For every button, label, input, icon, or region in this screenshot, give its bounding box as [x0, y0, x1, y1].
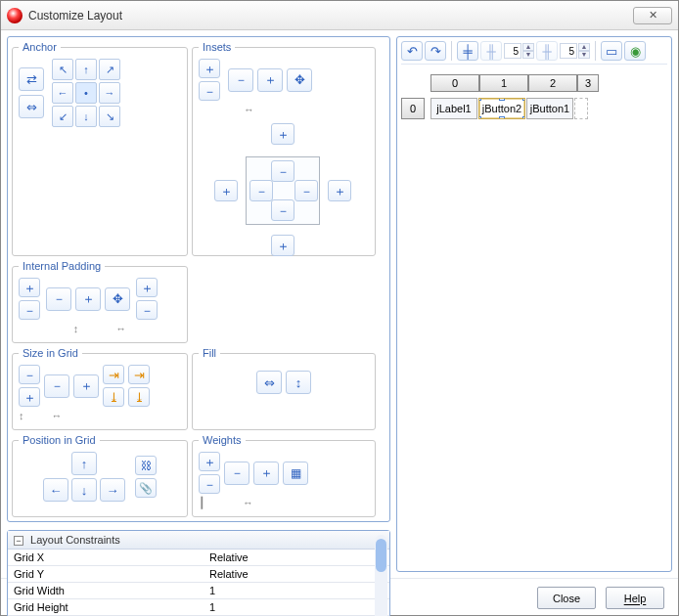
anchor-cycle-button[interactable]: ⇄	[19, 67, 44, 91]
collapse-icon[interactable]: −	[14, 536, 23, 546]
size-row-inc[interactable]: ＋	[19, 387, 40, 407]
resize-handle[interactable]	[478, 116, 481, 119]
pos-attach[interactable]: 📎	[135, 478, 157, 498]
insets-move[interactable]: ✥	[287, 68, 312, 92]
insets-h-inc[interactable]: ＋	[257, 68, 283, 92]
size-col-inc[interactable]: ＋	[73, 374, 99, 398]
weight-x-dec[interactable]: －	[224, 462, 249, 485]
insets-all-dec[interactable]: －	[199, 81, 220, 101]
row-header-0[interactable]: 0	[401, 98, 425, 119]
undo-button[interactable]: ↶	[401, 41, 423, 61]
anchor-n[interactable]: ↑	[75, 59, 97, 80]
grid-designer[interactable]: 0 1 2 3 0 jLabel1 jButton2	[401, 68, 667, 119]
col-header-1[interactable]: 1	[479, 74, 528, 92]
scrollbar-thumb[interactable]	[376, 539, 386, 572]
dialog-body: Anchor ⇄ ⇔ ↖ ↑ ↗ ← •	[1, 30, 678, 578]
constraints-header[interactable]: − Layout Constraints	[8, 531, 389, 550]
size-span-right[interactable]: ⇥	[103, 365, 124, 384]
minus-icon: －	[300, 185, 313, 198]
ipad-h-inc[interactable]: ＋	[75, 287, 101, 311]
inset-bottom-dec[interactable]: －	[271, 199, 294, 221]
resize-handle[interactable]	[522, 116, 525, 119]
pos-down[interactable]: ↓	[71, 478, 97, 502]
resize-handle[interactable]	[478, 98, 481, 101]
prop-row-gridx[interactable]: Grid X Relative▼	[8, 550, 389, 566]
constraints-header-label: Layout Constraints	[30, 534, 120, 546]
inset-bottom-inc[interactable]: ＋	[271, 235, 294, 256]
ipad-v-dec[interactable]: －	[19, 300, 40, 320]
cell-jbutton1[interactable]: jButton1	[526, 98, 573, 119]
help-button[interactable]: Help	[606, 587, 664, 609]
inset-top-dec[interactable]: －	[271, 160, 294, 182]
spinner-down[interactable]: ▼	[522, 51, 534, 59]
resize-handle[interactable]	[499, 98, 505, 101]
inset-left-inc[interactable]: ＋	[214, 180, 238, 201]
weight-y-inc[interactable]: ＋	[199, 452, 220, 471]
inset-left-dec[interactable]: －	[249, 180, 273, 201]
test-layout-button[interactable]: ▭	[601, 41, 622, 61]
resize-handle[interactable]	[499, 116, 505, 119]
anchor-nw[interactable]: ↖	[52, 59, 73, 80]
cell-jbutton2[interactable]: jButton2	[478, 98, 525, 119]
col-header-3[interactable]: 3	[577, 74, 599, 92]
minus-icon: －	[204, 478, 216, 491]
ipad-v-inc[interactable]: ＋	[19, 278, 40, 297]
pos-link[interactable]: ⛓	[135, 456, 157, 475]
cell-jlabel1[interactable]: jLabel1	[430, 98, 477, 119]
pos-up[interactable]: ↑	[71, 452, 97, 475]
size-row-dec[interactable]: －	[19, 365, 40, 384]
anchor-w[interactable]: ←	[52, 82, 73, 104]
anchor-s[interactable]: ↓	[75, 106, 97, 127]
spinner-gap-h[interactable]: ▲▼	[504, 43, 534, 59]
anchor-ne[interactable]: ↗	[99, 59, 120, 80]
prop-row-gridwidth[interactable]: Grid Width 1▼	[8, 583, 389, 599]
size-col-dec[interactable]: －	[44, 374, 69, 398]
anchor-se[interactable]: ↘	[99, 106, 120, 127]
pad-h-button[interactable]: ╪	[457, 41, 478, 61]
col-header-0[interactable]: 0	[430, 74, 479, 92]
spinner-gap-v-input[interactable]	[560, 43, 577, 59]
col-header-2[interactable]: 2	[528, 74, 577, 92]
size-span-right-2[interactable]: ⇥	[128, 365, 150, 384]
spinner-gap-v[interactable]: ▲▼	[560, 43, 590, 59]
pad-v-disabled-button: ╫	[536, 41, 558, 61]
pos-left[interactable]: ←	[43, 478, 68, 502]
resize-handle[interactable]	[522, 98, 525, 101]
insets-all-inc[interactable]: ＋	[199, 59, 220, 78]
inset-top-inc[interactable]: ＋	[271, 123, 294, 145]
ipad-move[interactable]: ✥	[105, 287, 130, 311]
anchor-horizontal-button[interactable]: ⇔	[19, 95, 44, 118]
spinner-up[interactable]: ▲	[578, 43, 590, 51]
prop-row-gridheight[interactable]: Grid Height 1▼	[8, 599, 389, 616]
anchor-sw[interactable]: ↙	[52, 106, 73, 127]
spinner-down[interactable]: ▼	[578, 51, 590, 59]
group-internal-padding: Internal Padding ＋ － － ＋ ✥ ＋ －	[12, 260, 188, 343]
spinner-gap-h-input[interactable]	[504, 43, 521, 59]
inset-right-dec[interactable]: －	[294, 180, 318, 201]
spinner-up[interactable]: ▲	[522, 43, 534, 51]
insets-h-dec[interactable]: －	[228, 68, 253, 92]
fill-horizontal[interactable]: ⇔	[256, 371, 282, 394]
anchor-center[interactable]: •	[75, 82, 97, 104]
prop-row-gridy[interactable]: Grid Y Relative▼	[8, 566, 389, 583]
inset-right-inc[interactable]: ＋	[328, 180, 351, 201]
size-span-down[interactable]: ⤓	[103, 387, 124, 407]
cell-empty[interactable]	[574, 98, 588, 119]
redo-button[interactable]: ↷	[425, 41, 446, 61]
size-span-down-2[interactable]: ⤓	[128, 387, 150, 407]
ipad-b-inc[interactable]: ＋	[136, 278, 158, 297]
weight-x-inc[interactable]: ＋	[253, 462, 279, 485]
minus-icon: －	[255, 185, 268, 198]
preview-button[interactable]: ◉	[624, 41, 646, 61]
weight-y-dec[interactable]: －	[199, 474, 220, 494]
constraints-scrollbar[interactable]	[375, 535, 387, 616]
window-close-button[interactable]: ✕	[633, 7, 672, 24]
anchor-e[interactable]: →	[99, 82, 120, 104]
fill-vertical[interactable]: ↕	[286, 371, 311, 394]
arrow-ud-icon: ↕	[19, 411, 24, 421]
pos-right[interactable]: →	[100, 478, 125, 502]
ipad-b-dec[interactable]: －	[136, 300, 158, 320]
close-button[interactable]: Close	[537, 587, 596, 609]
weight-grid[interactable]: ▦	[283, 462, 308, 485]
ipad-h-dec[interactable]: －	[46, 287, 71, 311]
